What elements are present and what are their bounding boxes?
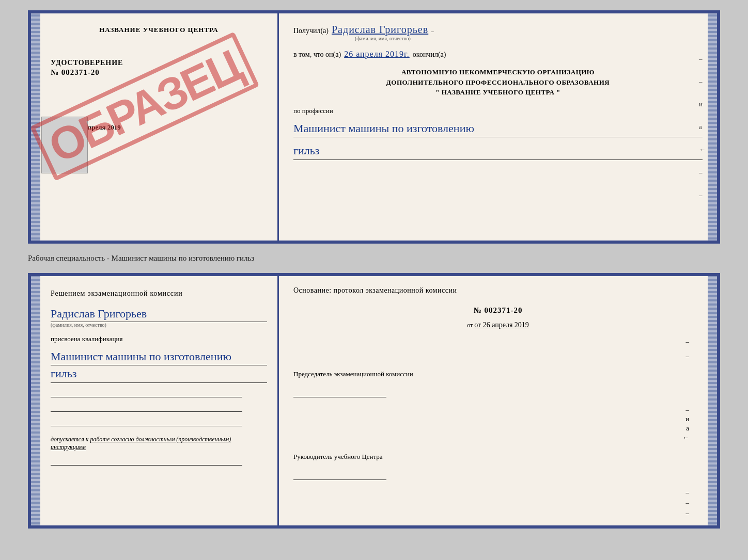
dash1: – [293, 338, 703, 346]
block-line2: ДОПОЛНИТЕЛЬНОГО ПРОФЕССИОНАЛЬНОГО ОБРАЗО… [293, 77, 703, 88]
cert-title: НАЗВАНИЕ УЧЕБНОГО ЦЕНТРА [51, 26, 267, 34]
right-center-block: АВТОНОМНУЮ НЕКОММЕРЧЕСКУЮ ОРГАНИЗАЦИЮ ДО… [293, 67, 703, 98]
dash6: ← [293, 434, 703, 442]
cert-number: № 002371-20 [51, 68, 267, 77]
bottom-heading: Решением экзаменационной комиссии [51, 289, 267, 299]
predsedatel-label: Председатель экзаменационной комиссии [293, 370, 703, 379]
profession-line1: Машинист машины по изготовлению [293, 121, 703, 138]
bottom-profession2: гильз [51, 366, 267, 383]
photo-placeholder [41, 117, 88, 173]
predsedatel-signature [293, 387, 386, 397]
ot-date: от 26 апреля 2019 [474, 321, 529, 329]
separator-label: Рабочая специальность - Машинист машины … [28, 253, 720, 264]
vtom-date: 26 апреля 2019г. [344, 50, 410, 59]
protocol-date: от от 26 апреля 2019 [293, 321, 703, 329]
dash4: и [293, 415, 703, 423]
underline1 [51, 389, 242, 397]
fio-sub: (фамилия, имя, отчество) [332, 36, 434, 41]
underline2 [51, 404, 242, 412]
udostoverenie-block: УДОСТОВЕРЕНИЕ № 002371-20 [51, 59, 267, 77]
protocol-num: № 002371-20 [293, 306, 703, 315]
bottom-doc-left: Решением экзаменационной комиссии Радисл… [31, 276, 279, 525]
bottom-document: Решением экзаменационной комиссии Радисл… [28, 273, 720, 529]
dopusk-prefix: допускается к [51, 436, 88, 443]
profession-line2: гильз [293, 143, 703, 160]
top-doc-right: Получил(а) Радислав Григорьев – (фамилия… [279, 13, 717, 241]
rukovoditel-signature [293, 470, 386, 480]
poluchil-row: Получил(а) Радислав Григорьев – (фамилия… [293, 24, 703, 41]
top-document: НАЗВАНИЕ УЧЕБНОГО ЦЕНТРА ОБРАЗЕЦ УДОСТОВ… [28, 10, 720, 244]
dash8: – [293, 499, 703, 507]
bottom-recipient-name: Радислав Григорьев [51, 307, 267, 322]
dash3: – [293, 406, 703, 414]
dash-separator: – [431, 28, 434, 34]
osnovanie-heading: Основание: протокол экзаменационной коми… [293, 286, 703, 295]
side-decorations: – – и а ← – – [699, 55, 706, 199]
poluchil-label: Получил(а) [293, 27, 329, 35]
underline3 [51, 418, 242, 426]
block-line1: АВТОНОМНУЮ НЕКОММЕРЧЕСКУЮ ОРГАНИЗАЦИЮ [293, 67, 703, 77]
dash7: – [293, 488, 703, 497]
underline4 [51, 457, 242, 466]
po-professii-label: по профессии [293, 107, 703, 115]
rukovoditel-label: Руководитель учебного Центра [293, 452, 703, 461]
bottom-fio-sub: (фамилия, имя, отчество) [51, 322, 267, 328]
prisvoena-label: присвоена квалификация [51, 335, 267, 343]
dash2: – [293, 352, 703, 360]
recipient-name: Радислав Григорьев [332, 24, 428, 35]
okonchil-label: окончил(а) [413, 51, 446, 59]
vtom-row: в том, что он(а) 26 апреля 2019г. окончи… [293, 50, 703, 59]
top-doc-left: НАЗВАНИЕ УЧЕБНОГО ЦЕНТРА ОБРАЗЕЦ УДОСТОВ… [31, 13, 279, 241]
dopusk-text: допускается к работе согласно должностны… [51, 436, 267, 451]
bottom-doc-right: Основание: протокол экзаменационной коми… [279, 276, 717, 525]
dash5: а [293, 424, 703, 433]
block-line3: " НАЗВАНИЕ УЧЕБНОГО ЦЕНТРА " [293, 87, 703, 98]
udostoverenie-label: УДОСТОВЕРЕНИЕ [51, 59, 267, 67]
vtom-label: в том, что он(а) [293, 51, 341, 59]
bottom-profession1: Машинист машины по изготовлению [51, 349, 267, 366]
dash9: – [293, 509, 703, 517]
